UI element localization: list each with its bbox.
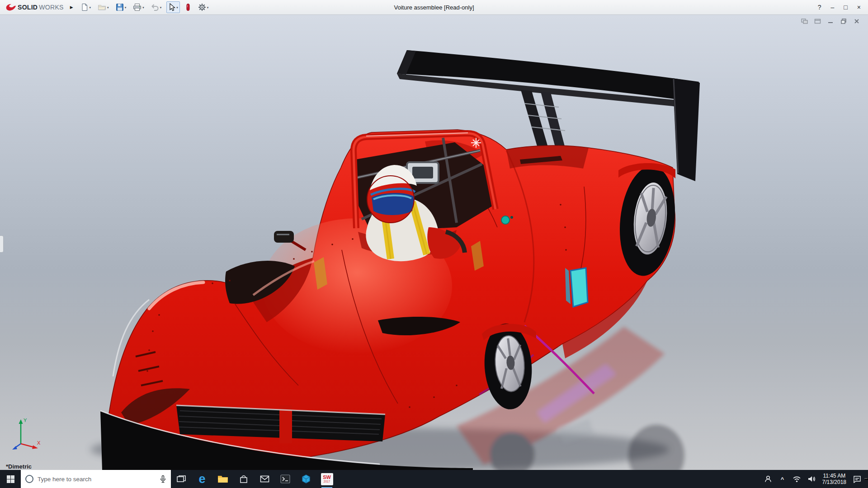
taskbar-app-file-explorer[interactable] — [212, 470, 233, 488]
car-3d-model[interactable] — [0, 15, 868, 470]
coordinate-triad: Y X — [9, 416, 42, 452]
new-document-icon — [80, 3, 89, 11]
toolbar-flyout-icon[interactable]: ▶ — [70, 5, 73, 9]
open-folder-icon — [98, 3, 106, 11]
volume-button[interactable] — [804, 470, 819, 488]
gear-icon — [198, 3, 206, 11]
mail-icon — [260, 475, 269, 483]
store-icon — [239, 474, 248, 483]
close-button[interactable]: × — [857, 4, 861, 10]
taskbar-app-edge[interactable]: e — [192, 470, 212, 488]
brand-text-works: WORKS — [39, 4, 63, 11]
people-button[interactable] — [761, 470, 775, 488]
undo-button[interactable]: ▾ — [149, 1, 164, 13]
axis-x-label: X — [37, 440, 41, 446]
help-button[interactable]: ? — [818, 4, 821, 10]
wifi-icon — [793, 476, 801, 483]
dropdown-caret-icon[interactable]: ▾ — [176, 6, 178, 9]
clock-time: 11:45 AM — [822, 473, 846, 479]
dropdown-caret-icon[interactable]: ▾ — [142, 6, 144, 9]
search-input[interactable] — [38, 476, 156, 483]
doc-restore-icon[interactable] — [840, 18, 848, 24]
print-icon — [133, 3, 142, 11]
file-explorer-icon — [217, 474, 228, 483]
solidworks-window: SOLIDWORKS ▶ ▾ ▾ — [0, 0, 868, 488]
cortana-icon[interactable] — [25, 475, 33, 483]
dropdown-caret-icon[interactable]: ▾ — [90, 6, 91, 9]
red-capsule-button[interactable] — [183, 1, 193, 13]
document-window-controls — [800, 18, 861, 24]
edge-icon: e — [198, 473, 205, 485]
brand-text-solid: SOLID — [18, 4, 38, 11]
action-center-button[interactable] — [850, 470, 864, 488]
dropdown-caret-icon[interactable]: ▾ — [125, 6, 127, 9]
maximize-button[interactable]: □ — [844, 4, 847, 10]
solidworks-app-icon: SW 2017 — [321, 473, 333, 485]
save-floppy-icon — [116, 3, 124, 11]
print-button[interactable]: ▾ — [131, 1, 146, 13]
solidworks-logo-icon — [5, 3, 16, 12]
tray-overflow-button[interactable]: ^ — [775, 470, 790, 488]
taskbar-app-terminal[interactable] — [275, 470, 296, 488]
taskbar-app-store[interactable] — [233, 470, 254, 488]
red-capsule-icon — [185, 3, 191, 11]
terminal-icon — [280, 474, 290, 484]
doc-minimize-icon[interactable] — [826, 18, 835, 24]
open-button[interactable]: ▾ — [96, 1, 111, 13]
grille-center-stripe — [279, 405, 292, 443]
window-title: Voiture assemblee [Read-only] — [394, 4, 474, 11]
select-cursor-icon — [168, 3, 175, 11]
people-icon — [764, 475, 772, 483]
microphone-icon[interactable] — [160, 475, 166, 483]
system-tray: ^ 11:45 AM 7/13/2018 — [761, 470, 868, 488]
titlebar-controls: ? – □ × — [818, 4, 863, 10]
start-button[interactable] — [0, 470, 21, 488]
task-view-icon — [177, 475, 186, 483]
taskbar-app-cad-viewer[interactable] — [296, 470, 316, 488]
view-orientation-label: *Dimetric — [6, 463, 32, 470]
cad-viewer-icon — [301, 474, 311, 484]
dropdown-caret-icon[interactable]: ▾ — [160, 6, 162, 9]
dropdown-caret-icon[interactable]: ▾ — [107, 6, 109, 9]
dropdown-caret-icon[interactable]: ▾ — [207, 6, 209, 9]
options-button[interactable]: ▾ — [196, 1, 211, 13]
axis-y-label: Y — [24, 418, 27, 423]
graphics-viewport[interactable]: Y X *Dimetric — [0, 15, 868, 470]
taskbar-app-solidworks[interactable]: SW 2017 — [316, 470, 337, 488]
clock-date: 7/13/2018 — [822, 479, 846, 485]
network-button[interactable] — [790, 470, 804, 488]
doc-close-icon[interactable] — [853, 18, 861, 24]
side-window-cyan — [565, 268, 588, 307]
save-button[interactable]: ▾ — [114, 1, 128, 13]
solidworks-logo: SOLIDWORKS — [5, 3, 64, 12]
windows-taskbar: e — [0, 470, 868, 488]
select-button[interactable]: ▾ — [166, 1, 180, 13]
minimize-button[interactable]: – — [831, 4, 835, 10]
quick-access-toolbar: ▾ ▾ ▾ — [79, 1, 211, 13]
show-desktop-button[interactable] — [864, 478, 868, 480]
undo-icon — [151, 3, 159, 11]
taskbar-search[interactable] — [21, 470, 171, 488]
speaker-icon — [807, 475, 816, 483]
task-view-button[interactable] — [171, 470, 192, 488]
new-document-button[interactable]: ▾ — [79, 1, 93, 13]
doc-cascade-icon[interactable] — [800, 18, 808, 24]
action-center-icon — [853, 475, 861, 483]
titlebar: SOLIDWORKS ▶ ▾ ▾ — [0, 0, 868, 15]
taskbar-app-mail[interactable] — [254, 470, 275, 488]
windows-logo-icon — [7, 475, 14, 483]
doc-window-icon[interactable] — [813, 18, 821, 24]
chevron-up-icon: ^ — [781, 476, 784, 483]
taskbar-clock[interactable]: 11:45 AM 7/13/2018 — [819, 473, 850, 485]
